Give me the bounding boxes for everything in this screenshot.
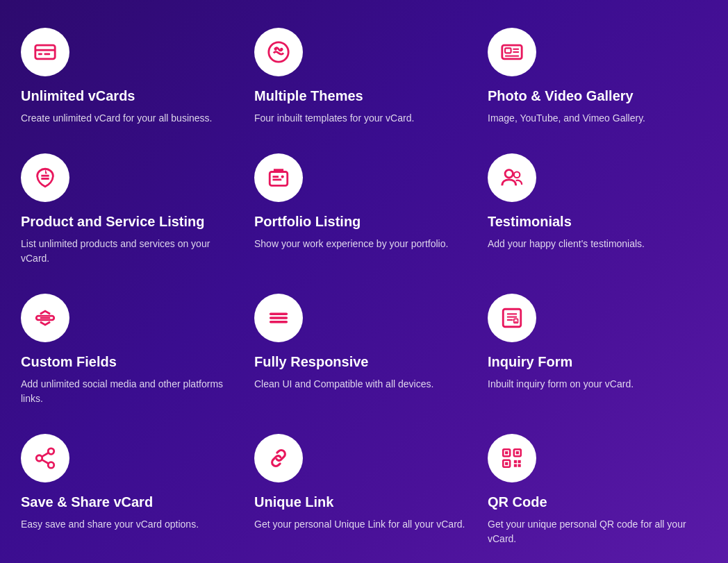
svg-point-32: [36, 455, 42, 462]
svg-rect-2: [38, 53, 42, 55]
svg-rect-45: [518, 464, 521, 467]
responsive-icon: [267, 306, 290, 330]
feature-portfolio: Portfolio Listing Show your work experie…: [254, 153, 474, 266]
vcards-title: Unlimited vCards: [21, 87, 240, 104]
svg-rect-42: [514, 460, 517, 463]
themes-desc: Four inbuilt templates for your vCard.: [254, 111, 474, 126]
share-icon: [33, 446, 57, 470]
feature-gallery: Photo & Video Gallery Image, YouTube, an…: [488, 28, 707, 126]
feature-qr-code: QR Code Get your unique personal QR code…: [488, 434, 707, 546]
listing-desc: List unlimited products and services on …: [21, 237, 240, 266]
svg-rect-0: [35, 45, 55, 59]
qr-icon-circle: [488, 434, 536, 482]
gallery-icon-circle: [488, 28, 536, 76]
feature-unique-link: Unique Link Get your personal Unique Lin…: [254, 434, 474, 546]
inquiry-icon-circle: [488, 294, 536, 342]
themes-icon-circle: [254, 28, 303, 76]
svg-point-33: [48, 462, 54, 469]
feature-responsive: Fully Responsive Clean UI and Compatible…: [254, 294, 474, 406]
gallery-title: Photo & Video Gallery: [488, 87, 707, 104]
vcards-icon: [33, 40, 57, 64]
gallery-icon: [500, 40, 524, 64]
custom-fields-desc: Add unlimited social media and other pla…: [21, 377, 240, 406]
svg-rect-43: [518, 460, 521, 463]
testimonials-desc: Add your happy client's testimonials.: [488, 237, 707, 251]
testimonials-icon-circle: [488, 153, 536, 202]
svg-point-17: [281, 175, 284, 178]
svg-line-35: [42, 453, 49, 457]
responsive-icon-circle: [254, 294, 303, 342]
qr-desc: Get your unique personal QR code for all…: [488, 517, 707, 546]
features-grid: Unlimited vCards Create unlimited vCard …: [21, 28, 707, 546]
listing-icon-circle: [21, 153, 69, 202]
svg-rect-25: [503, 309, 521, 327]
feature-multiple-themes: Multiple Themes Four inbuilt templates f…: [254, 28, 474, 126]
svg-rect-44: [514, 464, 517, 467]
svg-point-31: [48, 448, 54, 455]
vcards-desc: Create unlimited vCard for your all busi…: [21, 111, 240, 126]
svg-rect-37: [505, 451, 508, 454]
testimonials-title: Testimonials: [488, 213, 707, 230]
qr-icon: [500, 446, 524, 470]
qr-title: QR Code: [488, 494, 707, 510]
gallery-desc: Image, YouTube, and Vimeo Gallery.: [488, 111, 707, 126]
share-title: Save & Share vCard: [21, 494, 240, 510]
link-icon: [267, 446, 290, 470]
listing-icon: [33, 166, 57, 190]
share-icon-circle: [21, 434, 69, 482]
portfolio-icon-circle: [254, 153, 303, 202]
feature-custom-fields: Custom Fields Add unlimited social media…: [21, 294, 240, 406]
custom-fields-icon-circle: [21, 294, 69, 342]
portfolio-title: Portfolio Listing: [254, 213, 474, 230]
responsive-title: Fully Responsive: [254, 353, 474, 370]
feature-inquiry-form: Inquiry Form Inbuilt inquiry form on you…: [488, 294, 707, 406]
share-desc: Easy save and share your vCard options.: [21, 517, 240, 532]
testimonials-icon: [500, 166, 524, 190]
svg-point-5: [274, 48, 277, 51]
svg-rect-41: [505, 462, 508, 465]
listing-title: Product and Service Listing: [21, 213, 240, 230]
svg-point-18: [505, 170, 513, 178]
feature-product-listing: Product and Service Listing List unlimit…: [21, 153, 240, 266]
custom-fields-icon: [33, 306, 57, 330]
link-desc: Get your personal Unique Link for all yo…: [254, 517, 474, 532]
custom-fields-title: Custom Fields: [21, 353, 240, 370]
responsive-desc: Clean UI and Compatible with all devices…: [254, 377, 474, 392]
inquiry-title: Inquiry Form: [488, 353, 707, 370]
feature-unlimited-vcards: Unlimited vCards Create unlimited vCard …: [21, 28, 240, 126]
svg-rect-8: [505, 48, 511, 53]
feature-testimonials: Testimonials Add your happy client's tes…: [488, 153, 707, 266]
inquiry-icon: [500, 306, 524, 330]
vcards-icon-circle: [21, 28, 69, 76]
portfolio-desc: Show your work experience by your portfo…: [254, 237, 474, 251]
link-icon-circle: [254, 434, 303, 482]
feature-share: Save & Share vCard Easy save and share y…: [21, 434, 240, 546]
svg-rect-3: [44, 53, 51, 55]
inquiry-desc: Inbuilt inquiry form on your vCard.: [488, 377, 707, 392]
themes-title: Multiple Themes: [254, 87, 474, 104]
svg-point-19: [514, 172, 520, 178]
svg-rect-39: [516, 451, 519, 454]
link-title: Unique Link: [254, 494, 474, 510]
svg-point-6: [280, 48, 283, 51]
portfolio-icon: [267, 166, 290, 190]
themes-icon: [267, 40, 290, 64]
svg-line-34: [42, 460, 49, 464]
